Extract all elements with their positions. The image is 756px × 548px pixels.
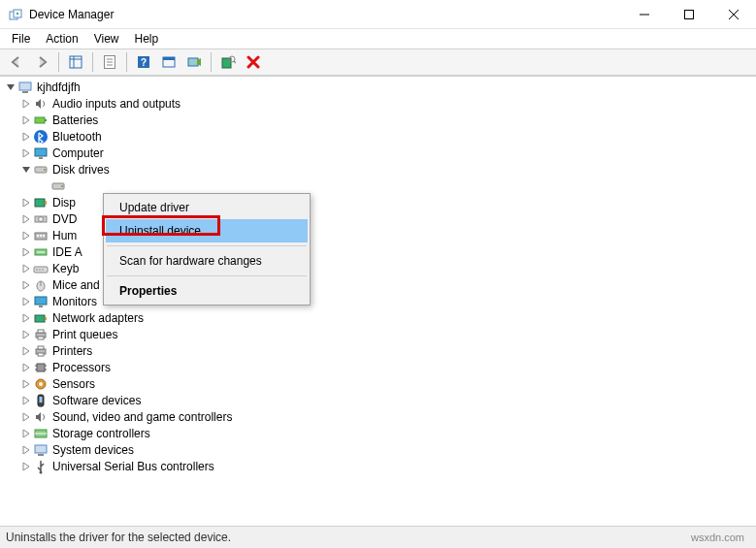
tree-node-bluetooth[interactable]: Bluetooth: [0, 128, 756, 145]
node-label: Keyb: [52, 262, 79, 275]
menu-help[interactable]: Help: [127, 30, 167, 48]
svg-rect-18: [188, 58, 198, 66]
collapse-icon[interactable]: [19, 163, 33, 177]
svg-point-2: [16, 12, 18, 14]
svg-rect-51: [35, 315, 45, 322]
expand-icon[interactable]: [19, 146, 33, 160]
expand-icon[interactable]: [19, 410, 33, 424]
close-button[interactable]: [711, 0, 756, 29]
svg-point-36: [39, 216, 44, 221]
bluetooth-icon: [33, 129, 49, 145]
context-menu: Update driver Uninstall device Scan for …: [103, 193, 311, 306]
node-label: Monitors: [52, 295, 97, 308]
tree-node-batteries[interactable]: Batteries: [0, 112, 756, 128]
svg-point-65: [39, 382, 43, 386]
tree-node-system[interactable]: System devices: [0, 441, 756, 458]
tree-node-sensors[interactable]: Sensors: [0, 375, 756, 392]
sensor-icon: [33, 376, 49, 392]
expand-icon[interactable]: [19, 377, 33, 391]
expand-icon[interactable]: [19, 130, 33, 144]
svg-rect-59: [37, 364, 45, 371]
context-menu-scan-hardware[interactable]: Scan for hardware changes: [106, 249, 308, 273]
menu-action[interactable]: Action: [38, 30, 85, 48]
context-menu-uninstall-device[interactable]: Uninstall device: [106, 219, 308, 242]
expand-icon[interactable]: [19, 427, 33, 440]
software-icon: [33, 393, 49, 408]
svg-rect-43: [34, 267, 48, 273]
context-menu-separator: [107, 245, 307, 246]
minimize-button[interactable]: [622, 0, 667, 29]
node-label: Audio inputs and outputs: [52, 97, 181, 111]
maximize-button[interactable]: [667, 0, 711, 29]
expand-icon[interactable]: [19, 328, 33, 341]
node-label: Batteries: [52, 113, 98, 127]
tree-node-computer[interactable]: Computer: [0, 145, 756, 161]
tree-node-storage[interactable]: Storage controllers: [0, 425, 756, 441]
expand-icon[interactable]: [19, 295, 33, 308]
svg-rect-28: [39, 157, 43, 159]
node-label: Bluetooth: [52, 130, 102, 144]
update-driver-button[interactable]: [182, 50, 206, 74]
svg-rect-67: [40, 397, 43, 403]
expand-icon[interactable]: [19, 361, 33, 374]
expand-icon[interactable]: [19, 460, 33, 473]
tree-root[interactable]: kjhdfdjfh: [0, 79, 756, 95]
context-menu-properties[interactable]: Properties: [106, 279, 308, 303]
show-hide-tree-button[interactable]: [64, 50, 87, 74]
expand-icon[interactable]: [19, 245, 33, 259]
expand-icon[interactable]: [19, 394, 33, 407]
help-button[interactable]: ?: [132, 50, 155, 74]
svg-rect-55: [38, 337, 44, 339]
expand-icon[interactable]: [19, 113, 33, 127]
tree-node-disk-device[interactable]: [0, 177, 756, 194]
expand-icon[interactable]: [19, 229, 33, 242]
printer-icon: [33, 343, 49, 359]
storage-icon: [33, 426, 49, 441]
expand-icon[interactable]: [19, 344, 33, 358]
tree-node-software[interactable]: Software devices: [0, 392, 756, 408]
properties-button[interactable]: [98, 50, 121, 74]
expand-icon[interactable]: [19, 443, 33, 457]
expand-icon[interactable]: [19, 262, 33, 275]
tree-node-diskdrives[interactable]: Disk drives: [0, 161, 756, 177]
scan-hardware-button[interactable]: [216, 50, 240, 74]
menu-view[interactable]: View: [86, 30, 127, 48]
node-label: Disp: [52, 196, 76, 210]
collapse-icon[interactable]: [4, 81, 17, 94]
expand-icon[interactable]: [19, 97, 33, 111]
network-icon: [33, 310, 49, 326]
svg-point-32: [61, 185, 63, 187]
node-label: Processors: [52, 361, 111, 374]
tree-node-printers[interactable]: Printers: [0, 342, 756, 359]
svg-rect-34: [45, 201, 47, 205]
svg-rect-58: [38, 353, 44, 356]
menu-file[interactable]: File: [4, 30, 38, 48]
svg-text:?: ?: [141, 57, 147, 68]
svg-line-21: [234, 61, 236, 63]
tree-node-processors[interactable]: Processors: [0, 359, 756, 375]
svg-rect-70: [35, 445, 47, 453]
expand-icon[interactable]: [19, 311, 33, 325]
svg-rect-33: [35, 199, 45, 207]
statusbar: Uninstalls the driver for the selected d…: [0, 527, 756, 548]
tree-node-printqueues[interactable]: Print queues: [0, 326, 756, 342]
speaker-icon: [33, 409, 49, 425]
svg-rect-57: [38, 346, 44, 349]
back-button[interactable]: [5, 50, 28, 74]
context-menu-update-driver[interactable]: Update driver: [106, 196, 308, 219]
tree-node-audio[interactable]: Audio inputs and outputs: [0, 95, 756, 112]
node-label: System devices: [52, 443, 134, 457]
system-icon: [33, 442, 49, 458]
expand-icon[interactable]: [19, 196, 33, 210]
monitor-icon: [33, 294, 49, 309]
forward-button[interactable]: [30, 50, 53, 74]
expand-icon[interactable]: [19, 278, 33, 292]
toolbar-icon-1[interactable]: [157, 50, 181, 74]
tree-node-usb[interactable]: Universal Serial Bus controllers: [0, 458, 756, 474]
svg-point-30: [44, 169, 46, 171]
uninstall-button[interactable]: [242, 50, 265, 74]
expand-icon[interactable]: [19, 212, 33, 226]
tree-node-network[interactable]: Network adapters: [0, 309, 756, 326]
svg-rect-38: [37, 235, 39, 237]
tree-node-sound[interactable]: Sound, video and game controllers: [0, 408, 756, 425]
